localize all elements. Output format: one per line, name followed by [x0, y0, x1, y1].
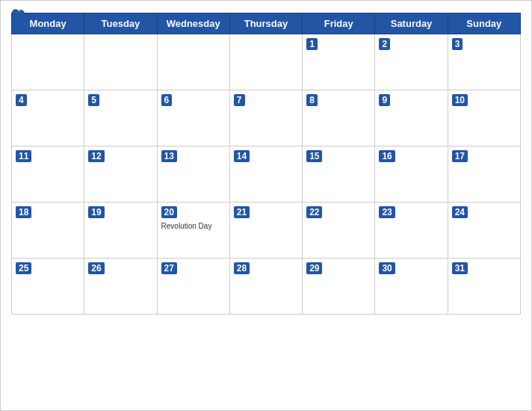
day-cell: 21	[229, 203, 302, 259]
day-number: 21	[234, 206, 250, 218]
day-cell: 29	[303, 259, 375, 315]
day-cell: 27	[157, 259, 229, 315]
week-row-2: 11121314151617	[12, 146, 521, 203]
day-number: 26	[88, 262, 104, 274]
day-cell: 6	[157, 90, 229, 146]
day-number: 14	[234, 150, 250, 162]
day-cell: 4	[12, 90, 84, 146]
day-cell: 3	[448, 34, 520, 90]
day-number: 12	[88, 150, 104, 162]
day-number: 20	[161, 206, 177, 218]
day-cell: 30	[375, 259, 448, 315]
day-number: 22	[306, 206, 322, 218]
day-cell: 18	[12, 203, 84, 259]
day-number: 29	[306, 262, 322, 274]
day-cell: 2	[375, 34, 448, 90]
weekday-header-saturday: Saturday	[375, 13, 448, 34]
day-number: 1	[306, 38, 318, 50]
day-cell: 22	[303, 203, 375, 259]
day-cell	[229, 34, 302, 90]
day-number: 25	[16, 262, 31, 274]
calendar-container: MondayTuesdayWednesdayThursdayFridaySatu…	[0, 0, 532, 411]
week-row-1: 45678910	[12, 90, 521, 146]
day-number: 19	[88, 206, 104, 218]
day-cell: 23	[375, 203, 448, 259]
day-cell: 17	[448, 146, 520, 203]
weekday-header-row: MondayTuesdayWednesdayThursdayFridaySatu…	[12, 13, 521, 34]
day-cell: 16	[375, 146, 448, 203]
week-row-3: 181920Revolution Day21222324	[12, 203, 521, 259]
weekday-header-tuesday: Tuesday	[84, 13, 157, 34]
day-cell: 10	[448, 90, 520, 146]
day-number: 10	[452, 94, 468, 106]
day-number: 15	[306, 150, 322, 162]
day-cell: 31	[448, 259, 520, 315]
day-number: 8	[306, 94, 318, 106]
day-cell: 8	[303, 90, 375, 146]
day-cell: 28	[229, 259, 302, 315]
day-cell	[157, 34, 229, 90]
weekday-header-friday: Friday	[303, 13, 375, 34]
holiday-label: Revolution Day	[161, 221, 226, 231]
day-number: 18	[16, 206, 31, 218]
day-cell: 24	[448, 203, 520, 259]
day-number: 7	[234, 94, 245, 106]
day-number: 17	[452, 150, 468, 162]
day-cell: 7	[229, 90, 302, 146]
weekday-header-thursday: Thursday	[229, 13, 302, 34]
day-cell: 13	[157, 146, 229, 203]
day-cell	[12, 34, 84, 90]
day-cell: 14	[229, 146, 302, 203]
day-cell	[84, 34, 157, 90]
day-cell: 9	[375, 90, 448, 146]
day-number: 16	[379, 150, 395, 162]
day-number: 9	[379, 94, 390, 106]
day-number: 6	[161, 94, 173, 106]
calendar-table: MondayTuesdayWednesdayThursdayFridaySatu…	[11, 13, 521, 315]
day-number: 23	[379, 206, 395, 218]
day-cell: 1	[303, 34, 375, 90]
day-number: 27	[161, 262, 177, 274]
week-row-0: 123	[12, 34, 521, 90]
day-cell: 25	[12, 259, 84, 315]
day-cell: 11	[12, 146, 84, 203]
day-number: 4	[16, 94, 27, 106]
day-number: 31	[452, 262, 468, 274]
logo-blue-area	[11, 8, 26, 19]
day-cell: 12	[84, 146, 157, 203]
logo-bird-icon	[11, 8, 25, 19]
day-cell: 15	[303, 146, 375, 203]
logo-area	[11, 8, 26, 19]
calendar-thead: MondayTuesdayWednesdayThursdayFridaySatu…	[12, 13, 521, 34]
weekday-header-wednesday: Wednesday	[157, 13, 229, 34]
week-row-4: 25262728293031	[12, 259, 521, 315]
day-number: 24	[452, 206, 468, 218]
day-number: 5	[88, 94, 99, 106]
day-cell: 5	[84, 90, 157, 146]
day-number: 30	[379, 262, 395, 274]
calendar-body: 1234567891011121314151617181920Revolutio…	[12, 34, 521, 315]
day-number: 28	[234, 262, 250, 274]
day-number: 2	[379, 38, 390, 50]
day-number: 3	[452, 38, 463, 50]
day-number: 11	[16, 150, 31, 162]
day-number: 13	[161, 150, 177, 162]
day-cell: 19	[84, 203, 157, 259]
weekday-header-sunday: Sunday	[448, 13, 520, 34]
day-cell: 20Revolution Day	[157, 203, 229, 259]
day-cell: 26	[84, 259, 157, 315]
